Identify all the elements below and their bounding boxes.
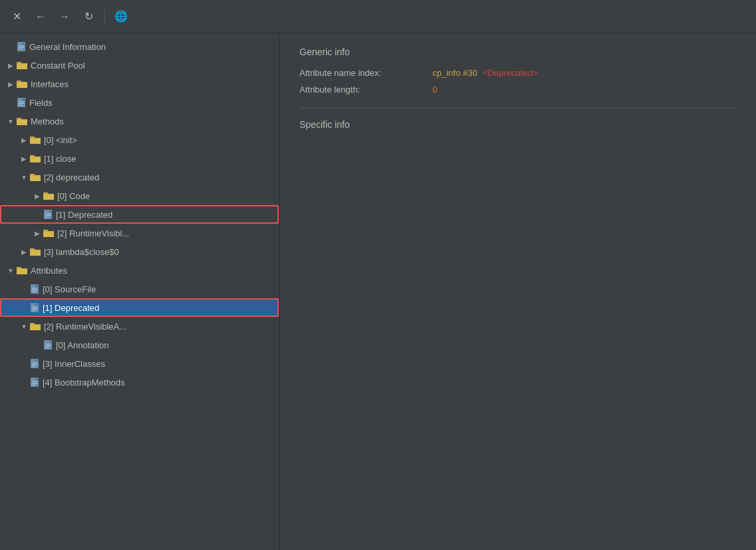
tree-label-constant-pool: Constant Pool <box>31 61 85 71</box>
toolbar: ✕ ← → ↻ 🌐 <box>0 0 756 33</box>
tree-label-general-info: General Information <box>29 42 106 52</box>
tree-item-method-1-close[interactable]: [1] close <box>0 149 279 168</box>
tree-item-attr-2-0-annotation[interactable]: [0] Annotation <box>0 336 279 354</box>
tree-arrow-method-1-close[interactable] <box>19 153 29 164</box>
tree-item-attributes[interactable]: Attributes <box>0 261 279 280</box>
file-icon <box>17 97 26 108</box>
folder-icon <box>29 247 41 256</box>
back-button[interactable]: ← <box>31 7 51 27</box>
tree-arrow-method-2-code[interactable] <box>32 190 43 201</box>
file-icon <box>30 302 39 313</box>
tree-label-attr-4-bootstrapmethods: [4] BootstrapMethods <box>43 378 125 388</box>
tree-item-attr-1-deprecated[interactable]: [1] Deprecated <box>0 298 279 317</box>
tree-arrow-method-0-init[interactable] <box>19 135 29 145</box>
tree-label-method-3-lambda: [3] lambda$close$0 <box>44 247 119 257</box>
attr-name-index-label: Attribute name index: <box>299 68 433 78</box>
file-icon <box>43 209 53 220</box>
tree-item-fields[interactable]: Fields <box>0 93 279 112</box>
tree-label-attr-2-0-annotation: [0] Annotation <box>56 340 109 350</box>
tree-item-method-2-deprecated[interactable]: [2] deprecated <box>0 168 279 186</box>
tree-label-method-2-code: [0] Code <box>57 191 90 201</box>
tree-item-interfaces[interactable]: Interfaces <box>0 75 279 93</box>
tree-item-general-info[interactable]: General Information <box>0 37 279 56</box>
tree-item-method-0-init[interactable]: [0] <init> <box>0 131 279 149</box>
main-layout: General Information Constant Pool Interf… <box>0 33 756 550</box>
svg-rect-8 <box>44 210 52 219</box>
svg-rect-16 <box>31 303 39 312</box>
tree-item-method-3-lambda[interactable]: [3] lambda$close$0 <box>0 242 279 261</box>
attr-length-label: Attribute length: <box>299 85 433 95</box>
toolbar-separator <box>104 10 105 23</box>
tree-label-method-1-close: [1] close <box>44 154 76 164</box>
tree-item-attr-0-sourcefile[interactable]: [0] SourceFile <box>0 280 279 298</box>
tree-arrow-attr-2-runtimevisiblea[interactable] <box>19 321 29 332</box>
svg-rect-28 <box>31 378 39 387</box>
tree-label-methods: Methods <box>31 117 64 127</box>
tree-arrow-attributes[interactable] <box>5 265 16 276</box>
tree-label-method-2-deprecated: [2] deprecated <box>44 172 99 182</box>
folder-icon <box>16 79 28 89</box>
attr-length-row: Attribute length: 0 <box>299 85 736 95</box>
file-icon <box>17 41 26 52</box>
tree-label-fields: Fields <box>29 98 53 108</box>
tree-arrow-methods[interactable] <box>5 116 16 127</box>
tree-arrow-constant-pool[interactable] <box>5 60 16 71</box>
tree-label-method-2-runtimevisible: [2] RuntimeVisibl... <box>57 228 129 238</box>
tree-item-attr-3-innerclasses[interactable]: [3] InnerClasses <box>0 354 279 373</box>
tree-arrow-interfaces[interactable] <box>5 79 16 89</box>
folder-icon <box>29 322 41 331</box>
detail-panel: Generic info Attribute name index: cp_in… <box>280 33 756 550</box>
file-icon <box>43 340 53 350</box>
svg-rect-12 <box>31 284 39 294</box>
tree-panel: General Information Constant Pool Interf… <box>0 33 280 550</box>
tree-item-method-2-code[interactable]: [0] Code <box>0 186 279 205</box>
folder-icon <box>29 172 41 182</box>
folder-icon <box>29 154 41 163</box>
attr-name-index-row: Attribute name index: cp_info #30 <Depre… <box>299 68 736 78</box>
globe-button[interactable]: 🌐 <box>111 7 131 27</box>
folder-icon <box>16 61 28 70</box>
tree-item-attr-2-runtimevisiblea[interactable]: [2] RuntimeVisibleA... <box>0 317 279 336</box>
svg-rect-4 <box>17 98 25 107</box>
tree-arrow-method-2-runtimevisible[interactable] <box>32 228 43 238</box>
close-button[interactable]: ✕ <box>7 7 27 27</box>
tree-label-attr-3-innerclasses: [3] InnerClasses <box>43 359 105 369</box>
folder-icon <box>16 266 28 275</box>
folder-icon <box>43 191 55 200</box>
tree-label-method-0-init: [0] <init> <box>44 135 77 145</box>
tree-label-interfaces: Interfaces <box>31 79 69 89</box>
attr-name-index-extra: <Deprecated> <box>482 68 537 78</box>
file-icon <box>30 358 39 369</box>
refresh-button[interactable]: ↻ <box>79 7 98 27</box>
tree-label-attributes: Attributes <box>31 266 67 276</box>
file-icon <box>30 377 39 388</box>
generic-info-title: Generic info <box>299 47 736 57</box>
forward-button[interactable]: → <box>55 7 75 27</box>
tree-item-method-2-runtimevisible[interactable]: [2] RuntimeVisibl... <box>0 224 279 242</box>
tree-label-method-2-deprecated-attr: [1] Deprecated <box>56 210 112 220</box>
svg-rect-24 <box>31 359 39 368</box>
tree-item-constant-pool[interactable]: Constant Pool <box>0 56 279 75</box>
tree-label-attr-0-sourcefile: [0] SourceFile <box>43 284 96 294</box>
tree-item-method-2-deprecated-attr[interactable]: [1] Deprecated <box>0 205 279 224</box>
svg-rect-20 <box>44 340 52 350</box>
tree-label-attr-2-runtimevisiblea: [2] RuntimeVisibleA... <box>44 322 126 332</box>
attr-name-index-value: cp_info #30 <box>433 68 477 78</box>
svg-rect-0 <box>17 42 25 51</box>
folder-icon <box>16 117 28 126</box>
attr-length-value: 0 <box>433 85 437 95</box>
folder-icon <box>43 228 55 238</box>
tree-arrow-method-3-lambda[interactable] <box>19 246 29 257</box>
tree-item-methods[interactable]: Methods <box>0 112 279 131</box>
tree-label-attr-1-deprecated: [1] Deprecated <box>43 303 99 313</box>
file-icon <box>30 284 39 294</box>
folder-icon <box>29 135 41 144</box>
tree-item-attr-4-bootstrapmethods[interactable]: [4] BootstrapMethods <box>0 373 279 392</box>
section-divider <box>299 108 736 109</box>
specific-info-title: Specific info <box>299 119 736 130</box>
tree-arrow-method-2-deprecated[interactable] <box>19 172 29 182</box>
